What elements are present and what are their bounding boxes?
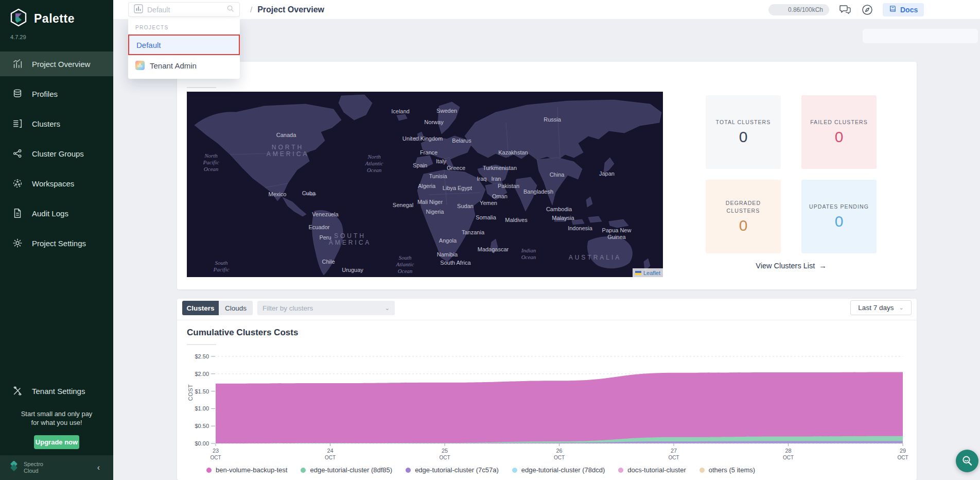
svg-text:SouthAtlanticOcean: SouthAtlanticOcean [396,254,414,274]
legend-item[interactable]: edge-tutorial-cluster (7c57a) [406,466,499,474]
svg-text:Cuba: Cuba [302,190,316,196]
sidebar-item-project-overview[interactable]: Project Overview [0,52,113,76]
stat-degraded-clusters: DEGRADED CLUSTERS 0 [706,180,781,253]
legend-label: docs-tutorial-cluster [627,466,686,474]
legend-item[interactable]: edge-tutorial-cluster (8df85) [301,466,392,474]
help-compass-button[interactable] [861,4,873,16]
stat-failed-clusters: FAILED CLUSTERS 0 [801,95,877,169]
usage-quota-badge: 0.86/100kCh [768,4,829,15]
sidebar-item-audit-logs[interactable]: Audit Logs [0,201,113,226]
app-name: Palette [34,12,75,26]
legend-item[interactable]: others (5 items) [699,466,755,474]
stat-value: 0 [739,217,748,234]
svg-text:Japan: Japan [599,170,615,177]
tab-clouds[interactable]: Clouds [219,301,253,315]
upgrade-now-button[interactable]: Upgrade now [34,435,79,449]
svg-text:Nigeria: Nigeria [426,209,445,215]
project-option-label: Default [136,41,161,49]
svg-text:IndianOcean: IndianOcean [521,247,536,260]
sidebar-item-label: Project Overview [32,60,90,68]
node-graph-icon [11,147,24,160]
svg-text:Somalia: Somalia [476,214,497,220]
world-map[interactable]: IcelandSwedenNorwayRussiaCanadaUnited Ki… [187,92,663,277]
sidebar-item-cluster-groups[interactable]: Cluster Groups [0,141,113,166]
svg-text:Oman: Oman [492,193,507,199]
legend-item[interactable]: ben-volume-backup-test [206,466,287,474]
svg-text:Yemen: Yemen [480,200,497,206]
legend-dot [206,468,212,473]
document-icon [11,207,24,219]
collapse-sidebar-chevron-icon[interactable]: ‹ [93,461,104,474]
svg-text:Madagascar: Madagascar [478,246,509,252]
view-clusters-list-link[interactable]: View Clusters List→ [706,262,877,270]
svg-text:Russia: Russia [544,116,562,123]
search-assistant-button[interactable] [956,450,978,472]
svg-text:Niger: Niger [429,199,443,205]
svg-text:28: 28 [785,448,791,454]
svg-text:Iceland: Iceland [391,108,409,114]
leaflet-link[interactable]: Leaflet [643,270,660,276]
svg-text:Maldives: Maldives [505,217,528,223]
ukraine-flag-icon [635,271,641,275]
svg-text:Spain: Spain [413,162,427,168]
palette-logo-icon [9,8,28,29]
app-logo[interactable]: Palette [9,8,75,29]
svg-text:25: 25 [442,448,448,454]
svg-text:$1.50: $1.50 [195,388,209,395]
sidebar-item-label: Cluster Groups [32,149,84,158]
legend-item[interactable]: edge-tutorial-cluster (78dcd) [512,466,605,474]
svg-text:Mali: Mali [417,199,428,205]
svg-text:$0.50: $0.50 [195,423,209,429]
sidebar-item-project-settings[interactable]: Project Settings [0,231,113,255]
search-icon[interactable] [226,5,234,14]
svg-text:NORTHAMERICA: NORTHAMERICA [267,144,309,158]
top-bar-actions: 0.86/100kCh Docs [768,0,924,19]
sidebar-item-workspaces[interactable]: Workspaces [0,171,113,196]
docs-button-label: Docs [900,6,918,14]
chat-feedback-button[interactable] [838,4,852,16]
svg-text:Italy: Italy [436,158,447,164]
gear-icon [11,237,24,249]
legend-label: edge-tutorial-cluster (8df85) [310,466,392,474]
svg-text:Malaysia: Malaysia [552,215,574,221]
chevron-down-icon: ⌄ [385,305,390,312]
svg-text:$2.00: $2.00 [195,371,209,377]
loading-placeholder [863,29,978,43]
svg-text:29: 29 [900,448,906,454]
project-option-default[interactable]: Default [128,35,240,55]
breadcrumb: / Project Overview [250,0,324,19]
svg-text:Bangladesh: Bangladesh [523,188,553,195]
legend-dot [618,468,623,473]
cluster-list-icon [11,117,24,130]
docs-button[interactable]: Docs [883,3,924,16]
svg-text:Cambodia: Cambodia [546,206,572,212]
legend-label: others (5 items) [709,466,755,474]
filter-clusters-input[interactable] [262,304,385,312]
sidebar-item-profiles[interactable]: Profiles [0,81,113,106]
filter-by-clusters-select[interactable]: ⌄ [257,301,395,315]
svg-text:Uruguay: Uruguay [342,267,363,273]
upgrade-promo-text: Start small and only pay for what you us… [0,409,113,427]
svg-text:Iran: Iran [492,176,501,182]
projects-section-label: PROJECTS [128,19,240,35]
chevron-down-icon: ⌄ [899,304,903,311]
project-selector-value: Default [147,6,222,14]
chart-legend: ben-volume-backup-testedge-tutorial-clus… [216,466,746,474]
project-chart-icon [134,4,143,15]
tab-clusters[interactable]: Clusters [182,301,219,315]
svg-text:Libya: Libya [443,185,457,191]
breadcrumb-page-title[interactable]: Project Overview [257,5,324,14]
sidebar-item-label: Audit Logs [32,209,68,218]
stat-total-clusters: TOTAL CLUSTERS 0 [706,95,781,169]
sidebar-item-tenant-settings[interactable]: Tenant Settings [0,379,113,403]
sidebar-item-label: Workspaces [32,179,74,188]
date-range-select[interactable]: Last 7 days ⌄ [850,300,912,315]
svg-text:$0.00: $0.00 [195,440,209,447]
project-option-tenant-admin[interactable]: Tenant Admin [128,55,240,76]
svg-text:Greece: Greece [447,165,465,171]
legend-item[interactable]: docs-tutorial-cluster [618,466,686,474]
project-selector[interactable]: Default [128,2,240,17]
legend-dot [406,468,411,473]
sidebar-item-clusters[interactable]: Clusters [0,111,113,136]
svg-text:Sudan: Sudan [457,203,474,209]
